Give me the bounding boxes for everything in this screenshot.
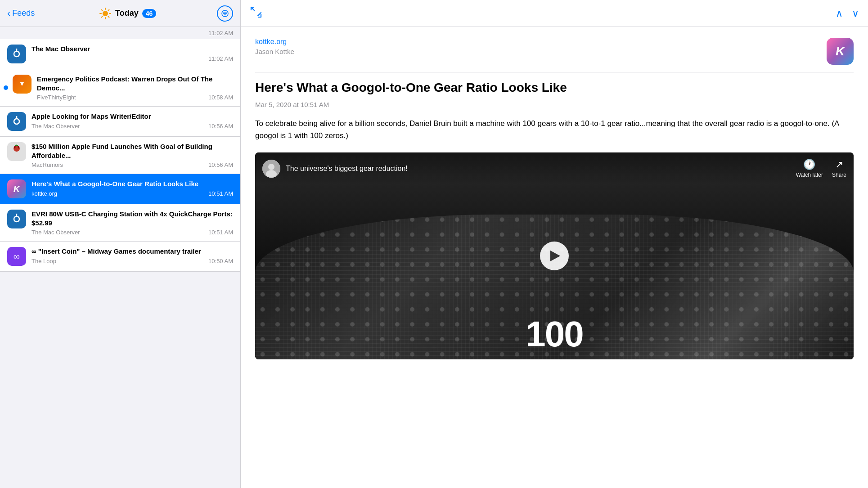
list-item[interactable]: The Mac Observer 11:02 AM — [0, 39, 240, 69]
source-icon-mac-observer — [7, 45, 26, 63]
item-content: Emergency Politics Podcast: Warren Drops… — [37, 75, 233, 101]
share-button[interactable]: ↗ Share — [832, 159, 846, 178]
item-footer: kottke.org 10:51 AM — [31, 190, 233, 197]
item-content: EVRI 80W USB-C Charging Station with 4x … — [31, 210, 233, 236]
list-item[interactable]: Apple Looking for Maps Writer/Editor The… — [0, 107, 240, 137]
video-number: 100 — [526, 313, 583, 355]
today-label: Today — [115, 9, 139, 18]
svg-line-7 — [108, 9, 109, 10]
source-icon-mac-observer — [7, 112, 26, 131]
source-icon-macrumors — [7, 142, 26, 161]
video-embed[interactable]: 100 The universe's biggest gear reductio… — [255, 152, 854, 359]
article-source-link[interactable]: kottke.org — [255, 38, 294, 46]
svg-point-30 — [268, 164, 274, 170]
first-item-time: 11:02 AM — [208, 30, 233, 36]
video-avatar — [262, 160, 280, 178]
filter-button[interactable] — [217, 5, 233, 22]
unread-indicator — [4, 85, 8, 90]
video-header-overlay: The universe's biggest gear reduction! 🕐… — [255, 152, 854, 184]
item-content: Here's What a Googol-to-One Gear Ratio L… — [31, 179, 233, 197]
item-title: Emergency Politics Podcast: Warren Drops… — [37, 75, 233, 92]
item-footer: 11:02 AM — [31, 55, 233, 62]
item-time: 10:58 AM — [208, 94, 233, 101]
item-footer: FiveThirtyEight 10:58 AM — [37, 94, 233, 101]
article-date: Mar 5, 2020 at 10:51 AM — [255, 101, 854, 108]
watch-later-label: Watch later — [796, 172, 823, 178]
article-content: kottke.org Jason Kottke K Here's What a … — [241, 27, 868, 488]
expand-icon — [250, 6, 262, 18]
svg-line-5 — [102, 9, 103, 10]
item-content: $150 Million Apple Fund Launches With Go… — [31, 142, 233, 168]
item-title: $150 Million Apple Fund Launches With Go… — [31, 142, 233, 160]
article-body: To celebrate being alive for a billion s… — [255, 117, 854, 142]
item-title: Here's What a Googol-to-One Gear Ratio L… — [31, 179, 233, 188]
article-panel: ∧ ∨ kottke.org Jason Kottke K Here's Wha… — [241, 0, 868, 488]
share-icon: ↗ — [835, 159, 843, 170]
source-logo: K — [827, 38, 854, 65]
video-title: The universe's biggest gear reduction! — [286, 165, 796, 173]
source-icon-kottke: K — [7, 179, 26, 198]
share-label: Share — [832, 172, 846, 178]
item-title: The Mac Observer — [31, 45, 233, 54]
svg-line-8 — [102, 16, 103, 17]
item-time: 11:02 AM — [208, 55, 233, 62]
source-icon-mac-observer-2 — [7, 210, 26, 228]
item-source: MacRumors — [31, 161, 63, 168]
today-section: Today 46 — [99, 7, 156, 20]
article-source-info: kottke.org Jason Kottke — [255, 38, 294, 56]
prev-article-button[interactable]: ∧ — [836, 8, 843, 19]
item-footer: MacRumors 10:56 AM — [31, 161, 233, 168]
article-toolbar: ∧ ∨ — [241, 0, 868, 27]
item-time: 10:50 AM — [208, 258, 233, 264]
watch-later-button[interactable]: 🕐 Watch later — [796, 159, 823, 178]
watch-later-icon: 🕐 — [803, 159, 815, 170]
item-source: The Mac Observer — [31, 123, 80, 130]
item-time: 10:56 AM — [208, 161, 233, 168]
sun-icon — [99, 7, 112, 20]
item-title: Apple Looking for Maps Writer/Editor — [31, 112, 233, 121]
svg-point-0 — [103, 11, 108, 16]
item-title: EVRI 80W USB-C Charging Station with 4x … — [31, 210, 233, 227]
next-article-button[interactable]: ∨ — [852, 8, 859, 19]
list-item[interactable]: $150 Million Apple Fund Launches With Go… — [0, 137, 240, 174]
item-time: 10:51 AM — [208, 229, 233, 236]
source-icon-538: ▼ — [13, 75, 31, 94]
article-title: Here's What a Googol-to-One Gear Ratio L… — [255, 80, 854, 95]
item-time: 10:56 AM — [208, 123, 233, 130]
nav-arrows: ∧ ∨ — [836, 8, 859, 19]
play-icon — [550, 251, 560, 261]
first-item-header: 11:02 AM — [0, 27, 240, 39]
feed-list-panel: ‹ Feeds Today 46 — [0, 0, 241, 488]
item-content: The Mac Observer 11:02 AM — [31, 45, 233, 62]
video-actions: 🕐 Watch later ↗ Share — [796, 159, 846, 178]
svg-point-21 — [15, 145, 18, 152]
article-author: Jason Kottke — [255, 48, 294, 55]
list-item[interactable]: ▼ Emergency Politics Podcast: Warren Dro… — [0, 69, 240, 107]
item-source: The Loop — [31, 258, 56, 264]
item-footer: The Loop 10:50 AM — [31, 258, 233, 264]
item-content: Apple Looking for Maps Writer/Editor The… — [31, 112, 233, 130]
article-meta: kottke.org Jason Kottke K — [255, 38, 854, 72]
item-source: kottke.org — [31, 190, 57, 197]
back-chevron-icon: ‹ — [7, 8, 10, 19]
video-background: 100 The universe's biggest gear reductio… — [255, 152, 854, 359]
list-item-selected[interactable]: K Here's What a Googol-to-One Gear Ratio… — [0, 174, 240, 204]
item-title: ∞ "Insert Coin" – Midway Games documenta… — [31, 247, 233, 256]
svg-line-6 — [108, 16, 109, 17]
item-time: 10:51 AM — [208, 190, 233, 197]
source-icon-loop: ∞ — [7, 247, 26, 266]
list-item[interactable]: EVRI 80W USB-C Charging Station with 4x … — [0, 204, 240, 242]
unread-badge: 46 — [142, 9, 157, 18]
filter-icon — [221, 9, 229, 18]
item-content: ∞ "Insert Coin" – Midway Games documenta… — [31, 247, 233, 264]
back-label: Feeds — [12, 9, 35, 18]
top-bar: ‹ Feeds Today 46 — [0, 0, 240, 27]
item-footer: The Mac Observer 10:51 AM — [31, 229, 233, 236]
back-button[interactable]: ‹ Feeds — [7, 8, 35, 19]
feed-list: ▼ Emergency Politics Podcast: Warren Dro… — [0, 69, 240, 488]
item-source: The Mac Observer — [31, 229, 80, 236]
play-button[interactable] — [540, 242, 569, 270]
item-footer: The Mac Observer 10:56 AM — [31, 123, 233, 130]
list-item[interactable]: ∞ ∞ "Insert Coin" – Midway Games documen… — [0, 242, 240, 272]
expand-button[interactable] — [250, 6, 262, 21]
